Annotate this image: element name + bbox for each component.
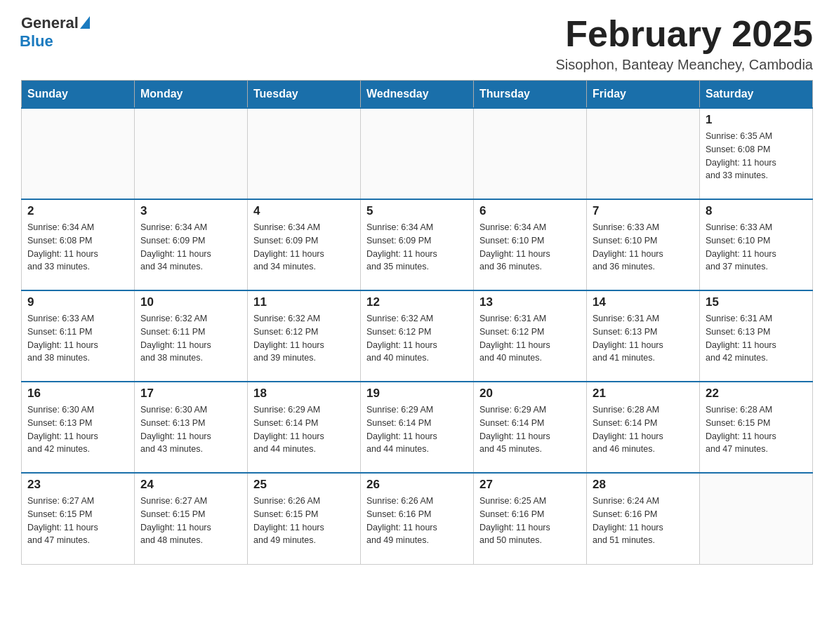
day-info: Sunrise: 6:28 AM Sunset: 6:15 PM Dayligh… [706,403,807,456]
day-number: 27 [479,478,581,492]
day-info: Sunrise: 6:31 AM Sunset: 6:12 PM Dayligh… [479,312,581,365]
calendar-cell-w1-d0 [22,108,135,199]
calendar-cell-w3-d3: 12Sunrise: 6:32 AM Sunset: 6:12 PM Dayli… [361,290,474,382]
day-info: Sunrise: 6:34 AM Sunset: 6:09 PM Dayligh… [253,221,355,274]
col-sunday: Sunday [22,81,135,109]
day-number: 22 [706,387,807,401]
col-thursday: Thursday [474,81,587,109]
calendar-cell-w5-d6 [700,473,813,564]
day-info: Sunrise: 6:26 AM Sunset: 6:16 PM Dayligh… [366,495,468,547]
day-info: Sunrise: 6:29 AM Sunset: 6:14 PM Dayligh… [253,403,355,456]
day-info: Sunrise: 6:32 AM Sunset: 6:11 PM Dayligh… [140,312,241,365]
col-friday: Friday [587,81,700,109]
day-number: 9 [27,295,128,309]
calendar-cell-w1-d3 [361,108,474,199]
day-info: Sunrise: 6:34 AM Sunset: 6:09 PM Dayligh… [140,221,241,274]
day-number: 5 [366,204,468,218]
calendar-cell-w3-d4: 13Sunrise: 6:31 AM Sunset: 6:12 PM Dayli… [474,290,587,382]
day-info: Sunrise: 6:31 AM Sunset: 6:13 PM Dayligh… [593,312,694,365]
location-subtitle: Sisophon, Banteay Meanchey, Cambodia [555,57,813,73]
day-number: 26 [366,478,468,492]
calendar-cell-w2-d3: 5Sunrise: 6:34 AM Sunset: 6:09 PM Daylig… [361,199,474,290]
logo-general-text: General [21,14,79,32]
week-row-1: 1Sunrise: 6:35 AM Sunset: 6:08 PM Daylig… [22,108,813,199]
calendar-cell-w3-d1: 10Sunrise: 6:32 AM Sunset: 6:11 PM Dayli… [135,290,248,382]
day-number: 23 [27,478,128,492]
day-number: 20 [479,387,581,401]
col-monday: Monday [135,81,248,109]
day-number: 3 [140,204,241,218]
day-number: 10 [140,295,241,309]
day-number: 16 [27,387,128,401]
logo-triangle-icon [80,16,90,29]
logo: General Blue [21,14,90,51]
day-info: Sunrise: 6:24 AM Sunset: 6:16 PM Dayligh… [593,495,694,547]
day-number: 17 [140,387,241,401]
day-info: Sunrise: 6:32 AM Sunset: 6:12 PM Dayligh… [253,312,355,365]
day-number: 19 [366,387,468,401]
calendar-cell-w4-d2: 18Sunrise: 6:29 AM Sunset: 6:14 PM Dayli… [248,382,361,473]
day-info: Sunrise: 6:27 AM Sunset: 6:15 PM Dayligh… [27,495,128,547]
day-number: 25 [253,478,355,492]
day-number: 11 [253,295,355,309]
day-number: 1 [706,113,807,127]
day-number: 6 [479,204,581,218]
calendar-cell-w1-d1 [135,108,248,199]
calendar-cell-w1-d6: 1Sunrise: 6:35 AM Sunset: 6:08 PM Daylig… [700,108,813,199]
calendar-cell-w5-d4: 27Sunrise: 6:25 AM Sunset: 6:16 PM Dayli… [474,473,587,564]
day-number: 12 [366,295,468,309]
day-info: Sunrise: 6:29 AM Sunset: 6:14 PM Dayligh… [479,403,581,456]
day-number: 28 [593,478,694,492]
col-saturday: Saturday [700,81,813,109]
calendar-cell-w5-d0: 23Sunrise: 6:27 AM Sunset: 6:15 PM Dayli… [22,473,135,564]
calendar-cell-w4-d1: 17Sunrise: 6:30 AM Sunset: 6:13 PM Dayli… [135,382,248,473]
calendar-cell-w4-d4: 20Sunrise: 6:29 AM Sunset: 6:14 PM Dayli… [474,382,587,473]
day-info: Sunrise: 6:33 AM Sunset: 6:10 PM Dayligh… [706,221,807,274]
week-row-5: 23Sunrise: 6:27 AM Sunset: 6:15 PM Dayli… [22,473,813,564]
calendar-cell-w2-d5: 7Sunrise: 6:33 AM Sunset: 6:10 PM Daylig… [587,199,700,290]
calendar-cell-w5-d2: 25Sunrise: 6:26 AM Sunset: 6:15 PM Dayli… [248,473,361,564]
day-number: 24 [140,478,241,492]
day-info: Sunrise: 6:35 AM Sunset: 6:08 PM Dayligh… [706,130,807,182]
day-info: Sunrise: 6:26 AM Sunset: 6:15 PM Dayligh… [253,495,355,547]
day-number: 15 [706,295,807,309]
week-row-2: 2Sunrise: 6:34 AM Sunset: 6:08 PM Daylig… [22,199,813,290]
day-info: Sunrise: 6:27 AM Sunset: 6:15 PM Dayligh… [140,495,241,547]
day-number: 8 [706,204,807,218]
calendar-cell-w3-d6: 15Sunrise: 6:31 AM Sunset: 6:13 PM Dayli… [700,290,813,382]
calendar-cell-w5-d5: 28Sunrise: 6:24 AM Sunset: 6:16 PM Dayli… [587,473,700,564]
calendar-cell-w5-d3: 26Sunrise: 6:26 AM Sunset: 6:16 PM Dayli… [361,473,474,564]
page-header: General Blue February 2025 Sisophon, Ban… [21,14,813,73]
day-info: Sunrise: 6:31 AM Sunset: 6:13 PM Dayligh… [706,312,807,365]
day-info: Sunrise: 6:30 AM Sunset: 6:13 PM Dayligh… [140,403,241,456]
day-info: Sunrise: 6:34 AM Sunset: 6:10 PM Dayligh… [479,221,581,274]
calendar-cell-w4-d6: 22Sunrise: 6:28 AM Sunset: 6:15 PM Dayli… [700,382,813,473]
day-info: Sunrise: 6:28 AM Sunset: 6:14 PM Dayligh… [593,403,694,456]
day-info: Sunrise: 6:30 AM Sunset: 6:13 PM Dayligh… [27,403,128,456]
calendar-cell-w5-d1: 24Sunrise: 6:27 AM Sunset: 6:15 PM Dayli… [135,473,248,564]
day-info: Sunrise: 6:33 AM Sunset: 6:10 PM Dayligh… [593,221,694,274]
calendar-cell-w4-d5: 21Sunrise: 6:28 AM Sunset: 6:14 PM Dayli… [587,382,700,473]
day-number: 18 [253,387,355,401]
day-info: Sunrise: 6:29 AM Sunset: 6:14 PM Dayligh… [366,403,468,456]
title-block: February 2025 Sisophon, Banteay Meanchey… [555,14,813,73]
day-info: Sunrise: 6:25 AM Sunset: 6:16 PM Dayligh… [479,495,581,547]
col-wednesday: Wednesday [361,81,474,109]
day-info: Sunrise: 6:34 AM Sunset: 6:09 PM Dayligh… [366,221,468,274]
calendar-cell-w2-d2: 4Sunrise: 6:34 AM Sunset: 6:09 PM Daylig… [248,199,361,290]
month-title: February 2025 [555,14,813,54]
logo-blue-text: Blue [20,32,53,51]
day-info: Sunrise: 6:33 AM Sunset: 6:11 PM Dayligh… [27,312,128,365]
day-number: 4 [253,204,355,218]
calendar-cell-w2-d0: 2Sunrise: 6:34 AM Sunset: 6:08 PM Daylig… [22,199,135,290]
col-tuesday: Tuesday [248,81,361,109]
day-info: Sunrise: 6:32 AM Sunset: 6:12 PM Dayligh… [366,312,468,365]
calendar-cell-w2-d4: 6Sunrise: 6:34 AM Sunset: 6:10 PM Daylig… [474,199,587,290]
day-number: 2 [27,204,128,218]
calendar-cell-w1-d4 [474,108,587,199]
calendar-cell-w2-d1: 3Sunrise: 6:34 AM Sunset: 6:09 PM Daylig… [135,199,248,290]
week-row-4: 16Sunrise: 6:30 AM Sunset: 6:13 PM Dayli… [22,382,813,473]
calendar-table: Sunday Monday Tuesday Wednesday Thursday… [21,80,813,565]
calendar-cell-w3-d2: 11Sunrise: 6:32 AM Sunset: 6:12 PM Dayli… [248,290,361,382]
calendar-cell-w2-d6: 8Sunrise: 6:33 AM Sunset: 6:10 PM Daylig… [700,199,813,290]
